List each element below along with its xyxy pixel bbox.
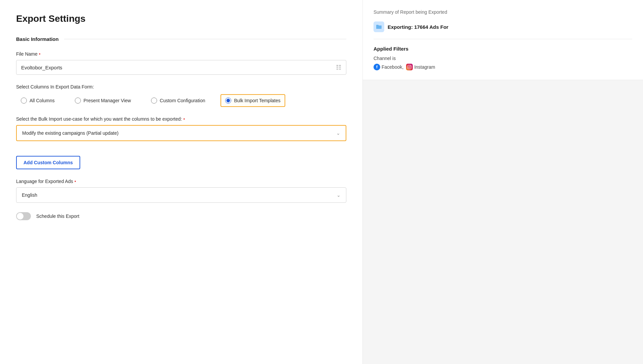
language-group: Language for Exported Ads • English ⌄ [16, 179, 346, 203]
section-divider [64, 39, 346, 39]
language-chevron-icon: ⌄ [337, 192, 341, 198]
instagram-label: Instagram [414, 64, 435, 70]
channel-row: f Facebook, Instagram [374, 64, 632, 70]
channel-label: Channel is [374, 56, 632, 61]
use-case-value: Modify the existing campaigns (Partial u… [22, 130, 118, 136]
radio-custom-config-input[interactable] [151, 98, 157, 104]
language-value: English [22, 192, 37, 198]
channel-facebook: f Facebook, [374, 64, 403, 70]
applied-filters-title: Applied Filters [374, 46, 632, 52]
use-case-chevron-icon: ⌄ [336, 130, 340, 136]
add-custom-columns-button[interactable]: Add Custom Columns [16, 156, 80, 169]
language-label: Language for Exported Ads • [16, 179, 346, 184]
radio-bulk-import-label: Bulk Import Templates [234, 98, 280, 103]
language-required: • [75, 179, 76, 184]
schedule-label: Schedule this Export [36, 214, 79, 219]
radio-all-columns-label: All Columns [30, 98, 55, 103]
file-name-label: File Name • [16, 51, 346, 57]
applied-filters-section: Applied Filters Channel is f Facebook, I… [374, 46, 632, 70]
doc-icon: ☷ [336, 64, 341, 71]
facebook-label: Facebook, [382, 64, 403, 70]
language-select[interactable]: English ⌄ [16, 187, 346, 203]
sidebar-summary-title: Summary of Report being Exported [374, 9, 632, 15]
radio-bulk-import-input[interactable] [225, 98, 231, 104]
page-title: Export Settings [16, 13, 346, 24]
exporting-text: Exporting: 17664 Ads For [388, 24, 448, 30]
radio-options: All Columns Present Manager View Custom … [16, 94, 346, 107]
radio-all-columns-input[interactable] [21, 98, 27, 104]
file-name-required: • [39, 51, 41, 57]
sidebar-inner: Summary of Report being Exported Exporti… [363, 0, 643, 80]
radio-present-manager-label: Present Manager View [84, 98, 131, 103]
facebook-icon: f [374, 64, 380, 70]
use-case-required: • [183, 116, 185, 122]
instagram-icon [406, 64, 413, 70]
schedule-row: Schedule this Export [16, 212, 346, 220]
file-name-group: File Name • ☷ [16, 51, 346, 75]
use-case-group: Select the Bulk Import use-case for whic… [16, 116, 346, 141]
radio-custom-config-label: Custom Configuration [160, 98, 205, 103]
exporting-row: Exporting: 17664 Ads For [374, 21, 632, 39]
basic-info-section-header: Basic Information [16, 36, 346, 42]
basic-info-title: Basic Information [16, 36, 59, 42]
radio-present-manager[interactable]: Present Manager View [70, 94, 136, 107]
main-content: Export Settings Basic Information File N… [0, 0, 362, 364]
file-name-input[interactable] [21, 65, 336, 70]
radio-present-manager-input[interactable] [75, 98, 81, 104]
file-name-input-wrapper[interactable]: ☷ [16, 60, 346, 75]
schedule-toggle[interactable] [16, 212, 31, 220]
select-columns-group: Select Columns In Export Data Form: All … [16, 84, 346, 107]
radio-custom-config[interactable]: Custom Configuration [146, 94, 210, 107]
use-case-label: Select the Bulk Import use-case for whic… [16, 116, 346, 122]
sidebar: Summary of Report being Exported Exporti… [362, 0, 643, 364]
folder-icon [374, 21, 384, 32]
columns-label: Select Columns In Export Data Form: [16, 84, 346, 89]
channel-instagram: Instagram [406, 64, 435, 70]
radio-bulk-import[interactable]: Bulk Import Templates [220, 94, 285, 107]
radio-all-columns[interactable]: All Columns [16, 94, 59, 107]
use-case-select[interactable]: Modify the existing campaigns (Partial u… [16, 125, 346, 141]
